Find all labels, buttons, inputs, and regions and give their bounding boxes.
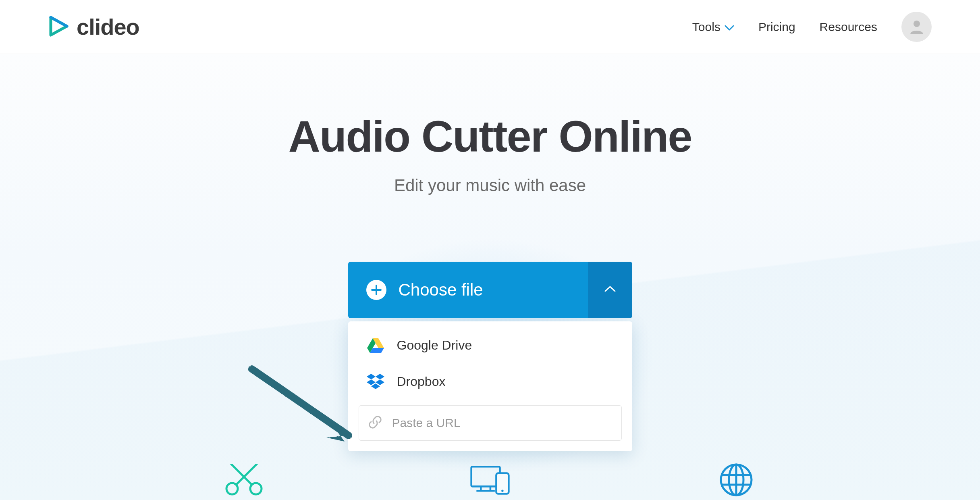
page-subtitle: Edit your music with ease — [394, 176, 586, 195]
svg-point-5 — [501, 490, 503, 492]
nav-resources-label: Resources — [820, 20, 877, 34]
page-title: Audio Cutter Online — [289, 110, 692, 162]
google-drive-icon — [366, 336, 385, 354]
main-content: Audio Cutter Online Edit your music with… — [0, 54, 980, 500]
choose-file-button[interactable]: Choose file — [348, 262, 588, 318]
chevron-up-icon — [604, 285, 616, 295]
svg-point-0 — [914, 21, 920, 27]
account-avatar[interactable] — [901, 12, 932, 42]
nav-pricing-label: Pricing — [758, 20, 795, 34]
paste-url-row[interactable] — [359, 405, 622, 441]
nav-tools[interactable]: Tools — [692, 20, 734, 34]
source-dropbox[interactable]: Dropbox — [348, 363, 632, 400]
brand-logo[interactable]: clideo — [48, 14, 139, 40]
upload-source-dropdown: Google Drive Dropbox — [348, 321, 632, 451]
scissors-icon — [224, 460, 264, 500]
choose-file-label: Choose file — [399, 280, 483, 300]
paste-url-input[interactable] — [392, 416, 612, 430]
header: clideo Tools Pricing Resources — [0, 0, 980, 54]
source-google-drive-label: Google Drive — [397, 338, 472, 353]
person-icon — [909, 18, 925, 36]
nav-tools-label: Tools — [692, 20, 720, 34]
upload-source-toggle[interactable] — [588, 262, 632, 318]
feature-row — [0, 460, 980, 500]
dropbox-icon — [366, 372, 385, 391]
nav-resources[interactable]: Resources — [820, 20, 877, 34]
link-icon — [368, 415, 382, 431]
source-google-drive[interactable]: Google Drive — [348, 327, 632, 363]
primary-nav: Tools Pricing Resources — [692, 12, 932, 42]
brand-name: clideo — [77, 14, 139, 40]
choose-row: Choose file — [348, 262, 632, 318]
nav-pricing[interactable]: Pricing — [758, 20, 795, 34]
upload-panel: Choose file — [348, 262, 632, 451]
globe-icon — [716, 460, 756, 500]
chevron-down-icon — [725, 20, 734, 34]
play-icon — [48, 16, 69, 38]
plus-icon — [366, 280, 386, 300]
devices-icon — [470, 460, 510, 500]
source-dropbox-label: Dropbox — [397, 374, 446, 389]
